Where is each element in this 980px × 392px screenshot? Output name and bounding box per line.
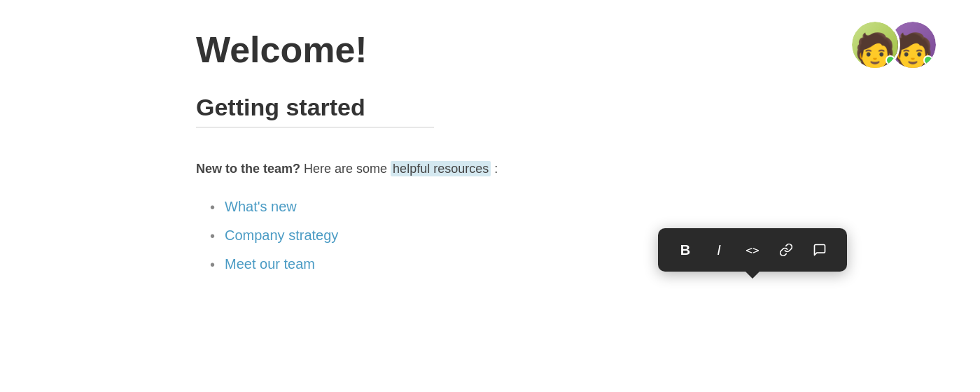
company-strategy-link[interactable]: Company strategy [225,227,338,244]
link-icon [779,243,793,257]
list-item: Meet our team [210,256,980,272]
intro-normal: Here are some [304,162,391,176]
comment-button[interactable] [805,237,834,263]
intro-end: : [494,162,498,176]
whats-new-link[interactable]: What's new [225,199,297,215]
list-item: Company strategy [210,227,980,244]
getting-started-row: Getting started B I <> [196,94,980,145]
getting-started-wrapper: Getting started B I <> [196,94,434,145]
code-button[interactable]: <> [738,237,767,263]
bold-button[interactable]: B [671,237,700,263]
intro-bold: New to the team? [196,162,300,176]
avatar-1-status [886,55,895,65]
formatting-toolbar: B I <> [658,228,847,272]
intro-highlight: helpful resources [391,161,491,176]
code-icon: <> [746,244,759,257]
main-content: 🧑 🧑 Welcome! Getting started B I [0,0,980,272]
comment-icon [813,243,827,257]
section-title: Getting started [196,94,434,128]
list-item: What's new [210,199,980,215]
avatar-1: 🧑 [850,20,900,70]
italic-button[interactable]: I [704,237,734,263]
link-button[interactable] [771,237,801,263]
avatar-2-status [923,55,933,65]
avatar-group: 🧑 🧑 [850,20,938,70]
italic-icon: I [717,242,721,258]
bold-icon: B [680,242,690,258]
resources-list: What's new Company strategy Meet our tea… [196,199,980,272]
intro-text: New to the team? Here are some helpful r… [196,159,980,179]
meet-our-team-link[interactable]: Meet our team [225,256,315,272]
